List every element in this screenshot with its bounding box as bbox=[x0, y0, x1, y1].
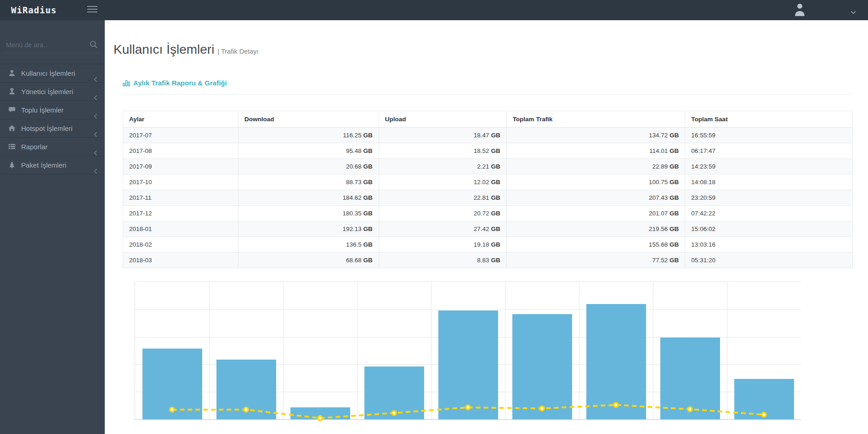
unit-label: GB bbox=[669, 163, 679, 170]
sidebar-menu: Kullanıcı İşlemleriYönetici İşlemleriTop… bbox=[0, 64, 105, 175]
table-cell-upload: 27.42 GB bbox=[379, 221, 506, 237]
table-cell-aylar: 2017-12 bbox=[123, 206, 238, 221]
upload-point bbox=[392, 411, 396, 415]
unit-label: GB bbox=[491, 179, 500, 186]
table-row: 2017-07116.25 GB18.47 GB134.72 GB16:55:5… bbox=[123, 128, 853, 143]
unit-label: GB bbox=[363, 210, 372, 217]
page-subtitle: | Trafik Detayı bbox=[217, 48, 258, 55]
unit-label: GB bbox=[669, 132, 679, 139]
page-title: Kullanıcı İşlemleri bbox=[113, 42, 214, 56]
unit-label: GB bbox=[491, 210, 500, 217]
topbar: WiRadius bbox=[0, 0, 868, 20]
unit-label: GB bbox=[669, 210, 679, 217]
sidebar: Kullanıcı İşlemleriYönetici İşlemleriTop… bbox=[0, 20, 105, 434]
page-header: Kullanıcı İşlemleri| Trafik Detayı bbox=[113, 42, 259, 57]
table-cell-toplam_saat: 23:20:59 bbox=[685, 190, 853, 206]
table-cell-toplam_trafik: 201.07 GB bbox=[506, 206, 685, 221]
upload-point bbox=[318, 416, 322, 420]
table-cell-upload: 18.52 GB bbox=[379, 143, 506, 159]
home-icon bbox=[8, 120, 16, 138]
unit-label: GB bbox=[363, 147, 372, 154]
search-icon[interactable] bbox=[90, 40, 98, 49]
table-cell-toplam_trafik: 100.75 GB bbox=[506, 175, 685, 190]
sidebar-item-label: Paket İşlemleri bbox=[21, 161, 66, 169]
table-cell-aylar: 2017-08 bbox=[123, 143, 238, 159]
table-cell-aylar: 2018-01 bbox=[123, 221, 238, 237]
table-header-row: AylarDownloadUploadToplam TrafikToplam S… bbox=[123, 111, 853, 128]
menu-icon bbox=[87, 11, 97, 12]
brand-logo[interactable]: WiRadius bbox=[11, 0, 57, 20]
column-header-toplam_saat: Toplam Saat bbox=[685, 111, 853, 128]
traffic-table: AylarDownloadUploadToplam TrafikToplam S… bbox=[123, 111, 853, 268]
table-cell-upload: 22.81 GB bbox=[379, 190, 506, 206]
monthly-traffic-report-link[interactable]: Aylık Trafik Raporu & Grafiği bbox=[123, 79, 227, 88]
table-cell-toplam_trafik: 219.56 GB bbox=[506, 221, 685, 237]
unit-label: GB bbox=[491, 132, 500, 139]
upload-point bbox=[466, 405, 470, 409]
unit-label: GB bbox=[491, 147, 500, 154]
admin-icon bbox=[8, 84, 16, 101]
chevron-left-icon bbox=[94, 89, 97, 95]
unit-label: GB bbox=[363, 132, 372, 139]
sidebar-item-comments[interactable]: Toplu İşlemler bbox=[0, 101, 105, 119]
unit-label: GB bbox=[363, 179, 372, 186]
column-header-upload: Upload bbox=[379, 111, 506, 128]
upload-point bbox=[762, 412, 766, 417]
comments-icon bbox=[8, 102, 16, 120]
list-icon bbox=[8, 139, 16, 157]
table-cell-download: 20.68 GB bbox=[238, 159, 379, 175]
table-cell-aylar: 2018-02 bbox=[123, 237, 238, 253]
unit-label: GB bbox=[669, 225, 679, 232]
menu-icon bbox=[87, 6, 97, 7]
unit-label: GB bbox=[363, 225, 372, 232]
chevron-left-icon bbox=[94, 144, 97, 150]
table-cell-download: 184.62 GB bbox=[238, 190, 379, 206]
traffic-chart[interactable] bbox=[135, 282, 801, 420]
table-cell-aylar: 2017-09 bbox=[123, 159, 238, 175]
upload-point bbox=[540, 406, 544, 411]
table-cell-toplam_saat: 06:17:47 bbox=[685, 143, 853, 159]
table-cell-upload: 20.72 GB bbox=[379, 206, 506, 221]
unit-label: GB bbox=[669, 257, 679, 264]
unit-label: GB bbox=[491, 194, 500, 201]
sidebar-item-home[interactable]: Hotspot İşlemleri bbox=[0, 119, 105, 137]
sidebar-item-user[interactable]: Kullanıcı İşlemleri bbox=[0, 64, 105, 82]
table-row: 2018-0368.68 GB8.83 GB77.52 GB05:31:20 bbox=[123, 253, 853, 268]
menu-toggle-button[interactable] bbox=[87, 6, 97, 13]
main-content: Kullanıcı İşlemleri| Trafik Detayı Aylık… bbox=[105, 20, 868, 434]
table-row: 2018-02136.5 GB19.18 GB155.68 GB13:03:16 bbox=[123, 237, 853, 253]
unit-label: GB bbox=[363, 194, 372, 201]
sidebar-item-label: Yönetici İşlemleri bbox=[21, 88, 73, 96]
table-cell-aylar: 2017-07 bbox=[123, 128, 238, 143]
user-menu-button[interactable] bbox=[794, 3, 806, 17]
table-row: 2017-1088.73 GB12.02 GB100.75 GB14:08:18 bbox=[123, 175, 853, 190]
table-cell-toplam_trafik: 134.72 GB bbox=[506, 128, 685, 143]
sidebar-item-label: Hotspot İşlemleri bbox=[21, 124, 73, 132]
table-row: 2017-11184.62 GB22.81 GB207.43 GB23:20:5… bbox=[123, 190, 853, 206]
table-cell-toplam_trafik: 155.68 GB bbox=[506, 237, 685, 253]
table-cell-toplam_saat: 14:23:59 bbox=[685, 159, 853, 175]
unit-label: GB bbox=[363, 241, 372, 248]
table-cell-download: 68.68 GB bbox=[238, 253, 379, 268]
search-input[interactable] bbox=[5, 39, 100, 53]
table-cell-toplam_saat: 14:08:18 bbox=[685, 175, 853, 190]
unit-label: GB bbox=[669, 179, 679, 186]
unit-label: GB bbox=[669, 241, 679, 248]
chevron-left-icon bbox=[94, 107, 97, 113]
user-icon bbox=[8, 65, 16, 83]
column-header-toplam_trafik: Toplam Trafik bbox=[506, 111, 685, 128]
column-header-download: Download bbox=[238, 111, 379, 128]
column-header-aylar: Aylar bbox=[123, 111, 238, 128]
sidebar-item-list[interactable]: Raporlar bbox=[0, 137, 105, 156]
table-cell-download: 116.25 GB bbox=[238, 128, 379, 143]
table-cell-aylar: 2018-03 bbox=[123, 253, 238, 268]
table-cell-download: 180.35 GB bbox=[238, 206, 379, 221]
chevron-down-icon[interactable] bbox=[851, 8, 857, 12]
report-link-label: Aylık Trafik Raporu & Grafiği bbox=[133, 79, 227, 87]
table-cell-upload: 19.18 GB bbox=[379, 237, 506, 253]
sidebar-item-tree[interactable]: Paket İşlemleri bbox=[0, 156, 105, 175]
table-cell-toplam_trafik: 114.01 GB bbox=[506, 143, 685, 159]
sidebar-item-admin[interactable]: Yönetici İşlemleri bbox=[0, 82, 105, 101]
table-row: 2017-0895.48 GB18.52 GB114.01 GB06:17:47 bbox=[123, 143, 853, 159]
table-cell-aylar: 2017-10 bbox=[123, 175, 238, 190]
